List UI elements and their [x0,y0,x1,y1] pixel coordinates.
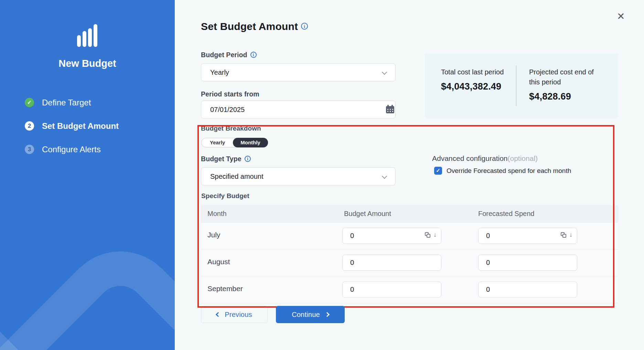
step-set-budget-amount[interactable]: 2 Set Budget Amount [25,121,119,131]
previous-button[interactable]: Previous [201,306,268,323]
summary-label: Total cost last period [441,67,510,77]
table-row: August ↓ ↓ [201,249,618,276]
summary-value: $4,043,382.49 [441,81,516,92]
period-starts-label: Period starts from [201,90,259,98]
step-configure-alerts[interactable]: 3 Configure Alerts [25,145,119,154]
budget-amount-cell: ↓ [342,228,441,244]
copy-down-icon[interactable]: ↓ [561,232,572,239]
table-row: September ↓ ↓ [201,276,618,303]
toggle-option-yearly[interactable]: Yearly [202,138,233,147]
budget-type-select[interactable]: Specified amount [201,167,396,185]
month-label: August [207,258,230,266]
chevron-right-icon [325,312,330,317]
cost-summary-box: Total cost last period $4,043,382.49 Pro… [425,53,618,119]
wizard-title: New Budget [0,58,175,69]
summary-label: Projected cost end of this period [529,67,598,87]
set-budget-amount-panel: ✕ Set Budget Amounti Budget Periodi Year… [175,0,644,350]
advanced-config-title: Advanced configuration(optional) [432,154,538,163]
specify-budget-label: Specify Budget [201,192,249,200]
chevron-left-icon [216,312,221,317]
specify-budget-table: Month Budget Amount Forecasted Spend Jul… [201,205,618,303]
table-header: Month Budget Amount Forecasted Spend [201,205,618,223]
wizard-sidebar: New Budget ✓ Define Target 2 Set Budget … [0,0,175,350]
step-define-target[interactable]: ✓ Define Target [25,98,119,107]
forecasted-spend-input[interactable] [478,255,577,271]
month-label: July [207,231,220,239]
chevron-down-icon [382,70,387,75]
calendar-icon[interactable] [386,106,394,113]
budget-type-value: Specified amount [210,173,264,180]
info-icon[interactable]: i [245,156,251,162]
budget-amount-cell: ↓ [342,281,441,298]
total-cost-last-period: Total cost last period $4,043,382.49 [425,53,516,119]
step-label: Configure Alerts [42,145,101,154]
wizard-steps: ✓ Define Target 2 Set Budget Amount 3 Co… [25,98,119,168]
check-icon: ✓ [25,98,34,107]
budget-amount-cell: ↓ [342,255,441,271]
optional-hint: (optional) [508,154,538,162]
info-icon[interactable]: i [250,52,257,58]
logo-watermark [0,227,175,350]
new-budget-wizard: New Budget ✓ Define Target 2 Set Budget … [0,0,644,350]
close-icon[interactable]: ✕ [617,12,625,21]
bar-chart-icon [77,22,98,47]
step-label: Define Target [42,98,91,107]
forecasted-spend-cell: ↓ [478,255,577,271]
forecasted-spend-cell: ↓ [478,228,577,244]
budget-amount-input[interactable] [342,281,441,298]
column-header-month: Month [207,210,227,218]
step-label: Set Budget Amount [42,121,119,131]
table-body: July ↓ ↓ August [201,223,618,303]
override-forecast-row: ✓ Override Forecasted spend for each mon… [434,167,571,175]
toggle-option-monthly[interactable]: Monthly [233,138,268,147]
override-forecast-checkbox[interactable]: ✓ [434,167,442,175]
page-title: Set Budget Amounti [201,21,308,32]
column-header-forecasted-spend: Forecasted Spend [478,210,534,218]
table-row: July ↓ ↓ [201,223,618,249]
budget-breakdown-label: Budget Breakdown [201,125,261,132]
budget-breakdown-toggle: Yearly Monthly [201,138,268,147]
projected-cost-end: Projected cost end of this period $4,828… [516,53,598,119]
budget-period-label: Budget Periodi [201,51,257,59]
continue-button[interactable]: Continue [276,306,345,323]
period-starts-input[interactable] [201,101,396,119]
step-number: 3 [25,145,34,154]
forecasted-spend-cell: ↓ [478,281,577,298]
forecasted-spend-input[interactable] [478,281,577,298]
budget-period-value: Yearly [210,69,229,76]
column-header-budget-amount: Budget Amount [344,210,391,218]
budget-amount-input[interactable] [342,255,441,271]
info-icon[interactable]: i [301,23,308,30]
summary-value: $4,828.69 [529,91,598,102]
month-label: September [207,285,243,293]
copy-down-icon[interactable]: ↓ [425,232,437,239]
override-forecast-label: Override Forecasted spend for each month [447,167,571,175]
step-number: 2 [25,121,34,131]
chevron-down-icon [382,174,387,179]
budget-type-label: Budget Typei [201,155,251,163]
budget-period-select[interactable]: Yearly [201,63,396,81]
